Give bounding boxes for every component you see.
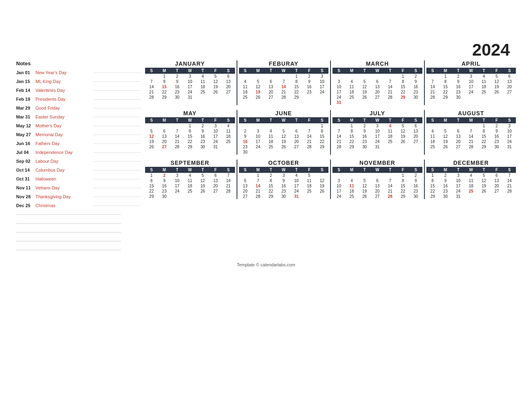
cal-day: 26 [397, 139, 409, 144]
cal-day: 3 [452, 173, 465, 178]
cal-day: 19 [439, 139, 452, 144]
cal-day: 26 [439, 144, 452, 149]
cal-day: 14 [145, 84, 158, 89]
cal-day: 18 [345, 189, 358, 194]
cal-day: 26 [145, 144, 158, 149]
cal-day: 12 [316, 178, 328, 183]
cal-day: 28 [465, 144, 478, 149]
cal-day: 28 [426, 95, 439, 100]
cal-day [490, 95, 503, 100]
holiday-row: Dec 25Christmas [16, 201, 141, 210]
cal-table-october: SMTWTFS123456789101112131415161718192021… [239, 167, 329, 199]
cal-day: 2 [452, 74, 465, 79]
blank-row-2 [16, 219, 141, 228]
cal-day: 15 [426, 183, 439, 189]
cal-day: 13 [239, 183, 252, 189]
cal-day: 15 [158, 84, 171, 89]
cal-day: 16 [239, 139, 252, 144]
day-header: M [439, 68, 452, 74]
holiday-row: Jul 04Independence Day [16, 148, 141, 157]
cal-day: 24 [332, 194, 345, 199]
separator-6 [424, 110, 425, 155]
cal-day: 22 [290, 89, 303, 95]
holiday-date: Feb 19 [16, 97, 35, 102]
cal-day [358, 100, 371, 105]
day-header: W [277, 68, 290, 74]
cal-day: 20 [409, 134, 422, 139]
day-header: S [426, 68, 439, 74]
cal-day: 2 [239, 129, 252, 134]
holiday-name: Vetrans Day [35, 185, 92, 190]
cal-day: 4 [264, 129, 277, 134]
cal-day: 13 [222, 79, 235, 84]
cal-day: 28 [277, 95, 290, 100]
holiday-name: Valentines Day [35, 88, 92, 93]
cal-day: 11 [196, 79, 209, 84]
cal-day: 17 [332, 189, 345, 194]
cal-day: 2 [196, 123, 209, 129]
cal-day: 19 [478, 183, 490, 189]
day-header: T [452, 68, 465, 74]
holiday-date: Sep 02 [16, 159, 35, 164]
cal-day: 17 [209, 134, 222, 139]
cal-day: 31 [183, 95, 196, 100]
cal-day: 28 [222, 189, 235, 194]
cal-day: 29 [397, 194, 409, 199]
cal-day: 11 [239, 84, 252, 89]
cal-day: 24 [371, 139, 384, 144]
cal-day: 29 [478, 144, 490, 149]
cal-day [345, 100, 358, 105]
holiday-row: May 12Mother's Day [16, 121, 141, 130]
cal-day [183, 194, 196, 199]
cal-day: 18 [345, 89, 358, 95]
cal-day: 16 [196, 134, 209, 139]
day-header: T [290, 68, 303, 74]
cal-day: 25 [478, 89, 490, 95]
cal-day: 10 [452, 178, 465, 183]
blank-row-5 [16, 245, 141, 254]
holiday-name: Mother's Day [35, 123, 92, 128]
day-header: S [239, 68, 252, 74]
cal-day: 12 [196, 178, 209, 183]
separator-5 [330, 110, 331, 155]
cal-day: 19 [196, 183, 209, 189]
cal-day: 19 [490, 84, 503, 89]
month-may: MAYSMTWTFS123456789101112131415161718192… [145, 110, 235, 155]
cal-day: 9 [409, 178, 422, 183]
month-title-december: DECEMBER [426, 160, 516, 166]
month-title-february: FEBURAY [239, 60, 329, 67]
day-header: T [384, 117, 397, 123]
cal-day: 24 [183, 89, 196, 95]
cal-day: 16 [158, 183, 171, 189]
cal-day: 21 [222, 183, 235, 189]
cal-day [465, 123, 478, 129]
cal-day: 19 [277, 139, 290, 144]
cal-day: 11 [426, 134, 439, 139]
cal-day: 2 [303, 74, 316, 79]
cal-day: 3 [371, 123, 384, 129]
cal-day: 21 [384, 189, 397, 194]
day-header: W [465, 68, 478, 74]
day-header: W [183, 167, 196, 173]
holiday-row: Sep 02Labour Day [16, 157, 141, 166]
cal-day: 23 [239, 144, 252, 149]
holiday-name: Easter Sunday [35, 114, 92, 119]
cal-day: 3 [332, 178, 345, 183]
cal-day: 15 [183, 134, 196, 139]
day-header: T [290, 167, 303, 173]
day-header: W [371, 68, 384, 74]
holiday-row: Feb 19Presidents Day [16, 95, 141, 104]
cal-day: 22 [264, 189, 277, 194]
cal-day [209, 95, 222, 100]
cal-day: 7 [332, 129, 345, 134]
cal-day: 4 [183, 173, 196, 178]
cal-day: 9 [239, 134, 252, 139]
cal-day: 20 [209, 183, 222, 189]
cal-day: 23 [196, 139, 209, 144]
cal-day: 31 [371, 144, 384, 149]
cal-day: 10 [316, 79, 328, 84]
day-header: F [397, 68, 409, 74]
month-title-july: JULY [332, 110, 422, 116]
cal-day: 27 [371, 95, 384, 100]
cal-day: 25 [345, 194, 358, 199]
